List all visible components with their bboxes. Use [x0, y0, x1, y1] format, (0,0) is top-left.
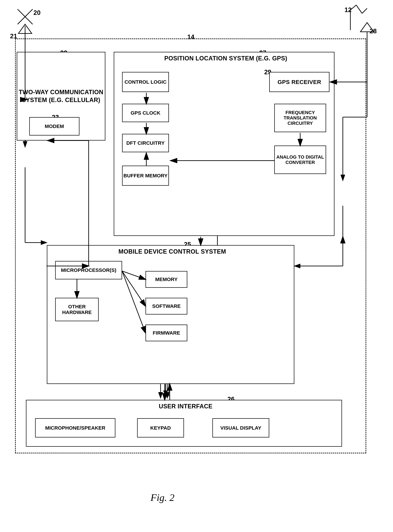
- buffer-memory-box: BUFFER MEMORY: [122, 166, 169, 186]
- modem-box: MODEM: [29, 117, 79, 136]
- svg-line-3: [18, 9, 33, 24]
- figure-caption: Fig. 2: [151, 492, 174, 503]
- dft-circuitry-box: DFT CIRCUITRY: [122, 134, 169, 152]
- keypad-box: KEYPAD: [137, 418, 184, 438]
- microprocessors-box: MICROPROCESSOR(S): [55, 261, 122, 279]
- memory-box: MEMORY: [146, 271, 187, 288]
- svg-line-7: [356, 5, 362, 13]
- firmware-box: FIRMWARE: [146, 325, 187, 341]
- other-hardware-box: OTHER HARDWARE: [55, 298, 99, 321]
- ref-12-label: 12: [344, 6, 352, 14]
- ref-20-label: 20: [34, 9, 40, 16]
- visual-display-box: VISUAL DISPLAY: [212, 418, 269, 438]
- diagram: 20 21 12 28 14 22 TWO-WAY COMMUNICATION …: [0, 0, 393, 532]
- microphone-speaker-box: MICROPHONE/SPEAKER: [35, 418, 115, 438]
- ref-28-label: 28: [370, 28, 377, 35]
- freq-translation-box: FREQUENCY TRANSLATION CIRCUITRY: [274, 104, 326, 132]
- software-box: SOFTWARE: [146, 298, 187, 315]
- gps-clock-box: GPS CLOCK: [122, 104, 169, 122]
- svg-marker-5: [18, 24, 32, 34]
- control-logic-box: CONTROL LOGIC: [122, 72, 169, 92]
- svg-line-8: [362, 8, 367, 13]
- analog-digital-box: ANALOG TO DIGITAL CONVERTER: [274, 146, 326, 174]
- gps-receiver-box: GPS RECEIVER: [269, 72, 329, 92]
- svg-line-2: [18, 9, 33, 24]
